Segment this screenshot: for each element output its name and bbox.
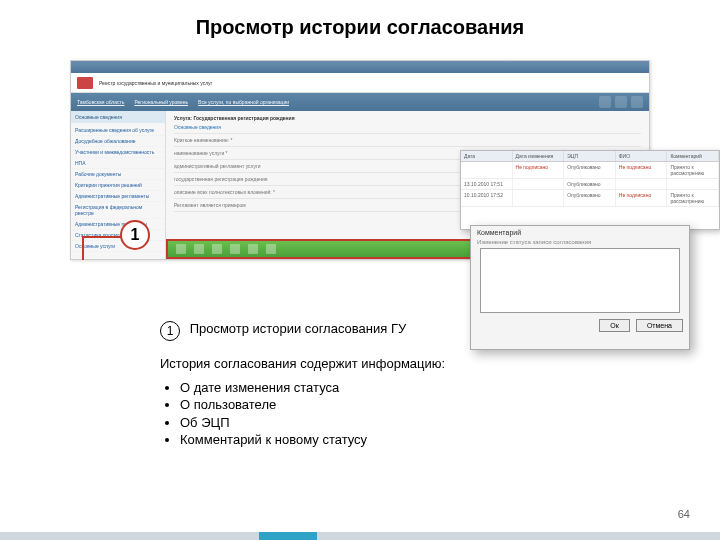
toolbar-icon[interactable] [176,244,186,254]
grid-cell: Опубликовано [564,179,616,189]
comment-dialog: Комментарий Изменение статуса записи сог… [470,225,690,350]
grid-header: Комментарий [667,151,719,161]
comment-textarea[interactable] [480,248,680,313]
sidebar-item[interactable]: Административные регламенты [71,191,165,202]
sidebar-item[interactable]: Административные процедуры [71,219,165,230]
grid-header: Дата [461,151,513,161]
icon-c[interactable] [631,96,643,108]
grid-cell [513,190,565,206]
grid-cell: Не подписано [616,162,668,178]
header-text: Реестр государственных и муниципальных у… [99,80,212,86]
grid-cell [461,162,513,178]
grid-cell [667,179,719,189]
app-logo [77,77,93,89]
field-line: Краткое наименование: * [174,134,641,147]
legend-item: О дате изменения статуса [180,379,520,397]
history-grid: Дата Дата изменения ЭЦП ФИО Комментарий … [460,150,720,230]
section-title: Основные сведения [174,121,641,134]
sidebar-item[interactable]: Регистрация в федеральном реестре [71,202,165,219]
sidebar-item[interactable]: Участники и межведомственность [71,147,165,158]
toolbar-icon[interactable] [230,244,240,254]
callout-1: 1 [120,220,150,250]
grid-cell: Опубликовано [564,162,616,178]
page-number: 64 [678,508,690,520]
dialog-subtitle: Изменение статуса записи согласования [471,239,689,248]
grid-cell [616,179,668,189]
ok-button[interactable]: Ок [599,319,630,332]
sidebar-item[interactable]: Рабочие документы [71,169,165,180]
toolbar-icon[interactable] [266,244,276,254]
legend-text: 1 Просмотр истории согласования ГУ Истор… [160,320,520,449]
sidebar-item[interactable]: Основные услуги [71,241,165,252]
slide-title: Просмотр истории согласования [0,0,720,53]
legend-intro: История согласования содержит информацию… [160,355,520,373]
grid-cell: Принято к рассмотрению [667,162,719,178]
grid-cell: Опубликовано [564,190,616,206]
legend-step-circle: 1 [160,321,180,341]
grid-header: ЭЦП [564,151,616,161]
grid-cell: Не подписано [616,190,668,206]
icon-b[interactable] [615,96,627,108]
sidebar-item[interactable]: НПА [71,158,165,169]
grid-cell: Принято к рассмотрению [667,190,719,206]
icon-a[interactable] [599,96,611,108]
cancel-button[interactable]: Отмена [636,319,683,332]
app-header: Реестр государственных и муниципальных у… [71,73,649,93]
grid-header: ФИО [616,151,668,161]
tab-bar: Тамбовская область Региональный уровень … [71,93,649,111]
footer-decoration [0,532,720,540]
dialog-title: Комментарий [471,226,689,239]
legend-item: Комментарий к новому статусу [180,431,520,449]
tab-region[interactable]: Тамбовская область [77,99,124,105]
callout-connector-v [82,236,84,260]
grid-cell [513,179,565,189]
grid-header: Дата изменения [513,151,565,161]
sidebar-item[interactable]: Критерии принятия решений [71,180,165,191]
toolbar-icon[interactable] [212,244,222,254]
legend-item: Об ЭЦП [180,414,520,432]
grid-cell: Не подписано [513,162,565,178]
callout-connector [82,236,122,238]
sidebar-item[interactable]: Расширенные сведения об услуге [71,125,165,136]
grid-cell: 13.10.2010 17:51 [461,179,513,189]
sidebar-item[interactable]: Досудебное обжалование [71,136,165,147]
legend-item: О пользователе [180,396,520,414]
window-chrome [71,61,649,73]
tab-all[interactable]: Все услуги, по выбранной организации [198,99,289,105]
sidebar-header: Основные сведения [71,111,165,123]
toolbar-icon[interactable] [194,244,204,254]
toolbar-icon[interactable] [248,244,258,254]
grid-cell: 10.10.2010 17:52 [461,190,513,206]
tab-level[interactable]: Региональный уровень [134,99,188,105]
legend-step-text: Просмотр истории согласования ГУ [190,320,490,338]
